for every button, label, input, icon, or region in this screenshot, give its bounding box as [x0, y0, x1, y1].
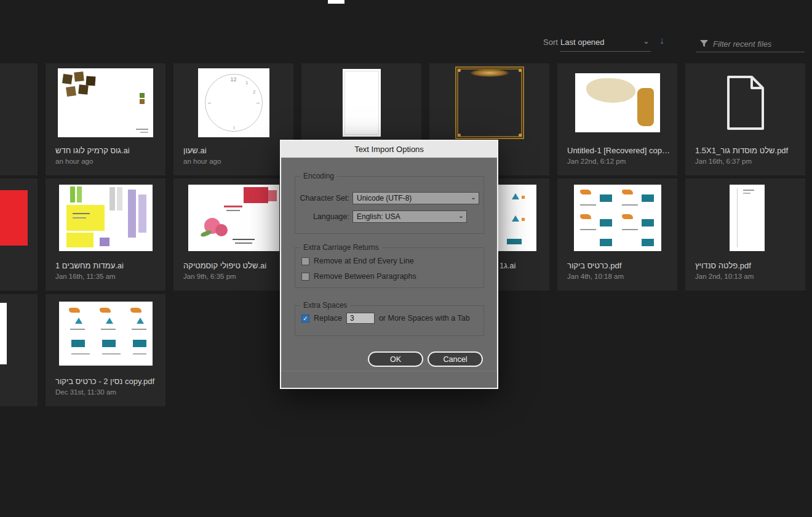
file-date: Jan 2nd, 10:13 am	[695, 273, 754, 280]
thumb-shape	[109, 187, 115, 210]
clock-thumbnail: 1212	[205, 74, 263, 132]
file-name: פלטה סנדויץ.pdf	[695, 261, 800, 270]
thumb-shape	[100, 308, 111, 313]
thumb-shape	[66, 86, 76, 97]
ok-button[interactable]: OK	[368, 351, 423, 367]
thumb-shape	[215, 224, 228, 236]
thumb-shape	[140, 99, 145, 104]
thumb-shape	[140, 93, 145, 98]
file-date: Jan 16th, 11:35 am	[55, 273, 116, 280]
replace-spaces-checkbox[interactable]	[301, 315, 309, 323]
file-card[interactable]: גוס קרמיק לוגו חדש.ai an hour ago	[46, 63, 165, 175]
thumb-shape	[140, 132, 148, 133]
carriage-group-title: Extra Carriage Returns	[300, 243, 382, 252]
sort-direction-button[interactable]: ↓	[659, 35, 664, 46]
sort-dropdown[interactable]: Last opened ⌄	[560, 36, 651, 52]
thumb-shape	[102, 340, 116, 347]
language-select[interactable]: English: USA ⌄	[352, 210, 467, 223]
spaces-suffix-label: or More Spaces with a Tab	[379, 314, 470, 323]
file-card[interactable]	[0, 63, 38, 175]
thumb-shape	[71, 353, 90, 355]
file-name: נסין 2 - כרטיס ביקור copy.pdf	[55, 377, 161, 386]
thumb-shape	[117, 187, 122, 210]
dialog-title: Text Import Options	[281, 141, 497, 158]
file-card[interactable]: 1212 שעון.ai an hour ago	[173, 63, 293, 175]
replace-label: Replace	[314, 314, 342, 323]
encoding-group: Encoding Character Set: Unicode (UTF-8) …	[295, 176, 484, 234]
ornate-frame-thumbnail	[455, 66, 524, 139]
file-date: Jan 22nd, 6:12 pm	[567, 158, 626, 165]
thumb-shape	[70, 186, 75, 202]
illustrator-home-screen: { "topbar": { "sort_label": "Sort", "sor…	[0, 0, 812, 517]
filter-icon	[699, 39, 709, 48]
file-thumbnail	[557, 63, 677, 142]
thumb-shape	[580, 204, 596, 206]
text-import-options-dialog: Text Import Options Encoding Character S…	[280, 140, 498, 389]
file-thumbnail	[0, 294, 38, 373]
file-thumbnail	[557, 178, 677, 257]
thumb-shape	[642, 219, 654, 226]
remove-end-of-line-label: Remove at End of Every Line	[314, 257, 414, 265]
file-card[interactable]	[0, 178, 38, 291]
thumb-shape	[600, 219, 612, 226]
thumb-shape	[737, 188, 738, 247]
thumb-shape	[470, 69, 509, 77]
remove-end-of-line-checkbox[interactable]	[301, 257, 309, 265]
remove-between-paragraphs-checkbox[interactable]	[301, 273, 309, 281]
file-date: an hour ago	[55, 158, 93, 165]
thumb-shape	[200, 230, 212, 238]
thumb-shape	[507, 239, 522, 244]
file-thumbnail	[173, 178, 293, 257]
file-name: עמדות מחשבים 1.ai	[55, 261, 161, 270]
file-thumbnail	[301, 63, 421, 142]
file-name: 1.5X1_שלט מוסדות גור.pdf	[695, 146, 800, 155]
file-name: שלט טיפולי קוסמטיקה.ai	[183, 261, 289, 270]
character-set-value: Unicode (UTF-8)	[357, 194, 412, 202]
thumb-shape	[580, 214, 591, 219]
file-card[interactable]	[0, 294, 38, 406]
thumb-shape	[600, 194, 612, 202]
file-card[interactable]: עמדות מחשבים 1.ai Jan 16th, 11:35 am	[46, 178, 165, 291]
file-thumbnail	[0, 178, 38, 257]
dialog-body: Encoding Character Set: Unicode (UTF-8) …	[281, 158, 497, 371]
file-date: Jan 4th, 10:18 am	[567, 273, 624, 280]
file-card[interactable]: כרטיס ביקור.pdf Jan 4th, 10:18 am	[557, 178, 677, 291]
file-date: Dec 31st, 11:30 am	[55, 388, 116, 396]
thumb-shape	[77, 186, 82, 202]
file-thumbnail	[429, 63, 549, 142]
file-thumbnail: 1212	[173, 63, 293, 142]
thumb-shape	[136, 129, 148, 130]
thumb-shape	[62, 74, 73, 84]
thumb-shape	[86, 76, 95, 86]
file-card[interactable]: שלט טיפולי קוסמטיקה.ai Jan 9th, 6:35 pm	[173, 178, 293, 291]
file-card[interactable]: 1.5X1_שלט מוסדות גור.pdf Jan 16th, 6:37 …	[685, 63, 805, 175]
thumb-shape	[642, 194, 654, 202]
extra-spaces-group: Extra Spaces Replace or More Spaces with…	[295, 305, 484, 336]
thumb-shape	[580, 190, 591, 194]
thumb-shape	[69, 308, 80, 313]
thumb-shape	[235, 242, 252, 244]
window-handle	[328, 0, 344, 4]
chevron-down-icon: ⌄	[643, 36, 650, 46]
thumb-shape	[522, 218, 525, 221]
file-thumbnail	[685, 63, 805, 142]
thumb-shape	[106, 318, 113, 324]
thumb-shape	[73, 217, 86, 218]
file-card[interactable]: פלטה סנדויץ.pdf Jan 2nd, 10:13 am	[685, 178, 805, 291]
spaces-group-title: Extra Spaces	[300, 301, 350, 310]
replace-count-input[interactable]	[346, 313, 375, 324]
cancel-button[interactable]: Cancel	[428, 351, 483, 367]
thumb-shape	[101, 329, 116, 330]
character-set-select[interactable]: Unicode (UTF-8) ⌄	[352, 192, 479, 204]
file-date: Jan 9th, 6:35 pm	[183, 273, 236, 280]
thumb-shape	[100, 238, 109, 246]
thumb-shape	[233, 239, 255, 240]
thumb-shape	[244, 187, 268, 203]
thumb-shape	[133, 353, 146, 355]
file-card[interactable]: Untitled-1 [Recovered] cop… Jan 22nd, 6:…	[557, 63, 677, 175]
filter-input[interactable]	[712, 37, 803, 50]
file-thumbnail	[0, 63, 38, 142]
thumb-shape	[580, 229, 596, 230]
file-card[interactable]: נסין 2 - כרטיס ביקור copy.pdf Dec 31st, …	[46, 294, 165, 406]
thumb-shape	[70, 329, 85, 330]
